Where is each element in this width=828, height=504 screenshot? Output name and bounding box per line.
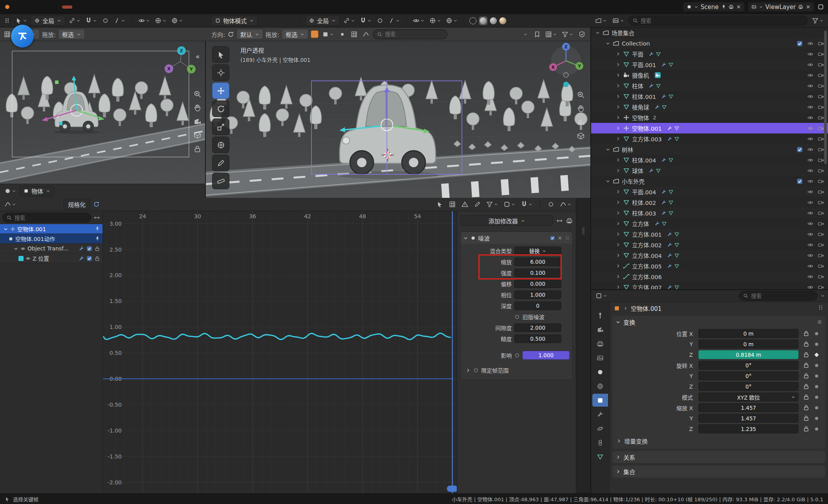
overlays-dropdown[interactable] bbox=[445, 16, 459, 26]
editor-type-dropdown[interactable] bbox=[3, 199, 17, 210]
expand-icon[interactable] bbox=[616, 126, 621, 131]
drag-action-dropdown[interactable]: 框选 bbox=[282, 29, 308, 39]
outliner-row[interactable]: 立方体 bbox=[591, 218, 828, 229]
copy-modifiers-icon[interactable] bbox=[556, 217, 563, 224]
outliner-row[interactable]: 摄像机 bbox=[591, 70, 828, 80]
outliner-display-mode-dropdown[interactable] bbox=[594, 16, 608, 26]
disable-render-camera-icon[interactable] bbox=[818, 93, 824, 100]
object-visibility-dropdown[interactable] bbox=[412, 16, 426, 26]
properties-tab-data[interactable] bbox=[592, 450, 608, 463]
expand-icon[interactable] bbox=[616, 221, 621, 226]
sidebar-tab[interactable] bbox=[582, 249, 584, 257]
copy-icon[interactable] bbox=[729, 4, 734, 9]
outliner-filter-button[interactable] bbox=[811, 16, 825, 26]
expand-icon[interactable] bbox=[3, 226, 8, 232]
move-tool[interactable] bbox=[212, 82, 229, 99]
workspace-tab[interactable] bbox=[73, 5, 83, 9]
normalize-toggle[interactable]: 规格化 bbox=[64, 199, 90, 210]
lock-icon[interactable] bbox=[803, 404, 810, 411]
properties-tab-render[interactable] bbox=[592, 323, 608, 336]
stroke-icon[interactable] bbox=[361, 29, 370, 39]
expand-icon[interactable] bbox=[605, 41, 610, 46]
shading-wireframe-button[interactable] bbox=[469, 17, 476, 24]
properties-tab-view-layer[interactable] bbox=[592, 351, 608, 364]
workspace-tab[interactable] bbox=[150, 5, 160, 9]
collapse-region-arrow[interactable]: « bbox=[196, 53, 200, 60]
gizmo-dropdown[interactable] bbox=[154, 16, 168, 26]
close-icon[interactable] bbox=[806, 4, 811, 9]
outliner-row[interactable]: 柱体 bbox=[591, 80, 828, 91]
shield-check-icon[interactable] bbox=[577, 29, 586, 39]
workspace-tab[interactable] bbox=[128, 5, 138, 9]
window-icon[interactable] bbox=[817, 4, 824, 10]
pin-icon[interactable] bbox=[721, 4, 726, 9]
proportional-falloff-dropdown[interactable] bbox=[387, 16, 401, 26]
select-box-tool[interactable] bbox=[212, 46, 229, 63]
outliner-row[interactable]: 柱体.003 bbox=[591, 208, 828, 218]
hide-viewport-eye-icon[interactable] bbox=[807, 263, 813, 269]
prop-checkbox[interactable] bbox=[473, 367, 479, 373]
topbar-menu[interactable] bbox=[29, 5, 37, 9]
edit-icon[interactable] bbox=[473, 199, 482, 210]
shading-rendered-button[interactable] bbox=[499, 17, 506, 24]
value-field[interactable]: XYZ 欧拉 bbox=[698, 393, 799, 402]
hide-viewport-eye-icon[interactable] bbox=[807, 221, 813, 227]
expand-icon[interactable] bbox=[616, 242, 621, 247]
graph-channel[interactable]: Object Transf... bbox=[0, 244, 103, 254]
modifier-enable-checkbox[interactable] bbox=[550, 236, 555, 241]
prop-value-field[interactable]: 0.000 bbox=[514, 279, 561, 288]
lock-icon[interactable] bbox=[803, 373, 810, 379]
properties-search-input[interactable] bbox=[751, 293, 813, 299]
workspace-tab[interactable] bbox=[106, 5, 116, 9]
value-field[interactable]: 0° bbox=[698, 361, 799, 370]
prop-checkbox[interactable] bbox=[514, 352, 520, 358]
outliner-row[interactable]: 树林 bbox=[591, 144, 828, 155]
grip-icon[interactable] bbox=[2, 17, 12, 24]
outliner-scrollbar[interactable] bbox=[824, 31, 827, 164]
disable-render-camera-icon[interactable] bbox=[818, 115, 824, 121]
shading-solid-button[interactable] bbox=[479, 16, 487, 25]
lock-icon[interactable] bbox=[803, 394, 810, 400]
expand-icon[interactable] bbox=[616, 83, 621, 88]
viewport-menu[interactable] bbox=[82, 190, 91, 193]
properties-tab-modifiers[interactable] bbox=[592, 408, 608, 421]
copy-icon[interactable] bbox=[798, 4, 803, 9]
expand-icon[interactable] bbox=[616, 232, 621, 237]
outliner-row[interactable]: 小车外壳 bbox=[591, 176, 828, 186]
properties-tab-constraints[interactable] bbox=[592, 436, 608, 449]
outliner-row[interactable]: 柱体.002 bbox=[591, 197, 828, 208]
snap-magnet-toggle[interactable] bbox=[84, 16, 98, 26]
hide-viewport-eye-icon[interactable] bbox=[807, 168, 813, 174]
expand-icon[interactable] bbox=[616, 136, 621, 141]
channel-enable-checkbox[interactable] bbox=[86, 256, 92, 261]
outliner-row[interactable]: 平面 bbox=[591, 49, 828, 59]
prop-value-field[interactable]: 1.000 bbox=[522, 351, 570, 360]
keyframe-marker[interactable] bbox=[815, 374, 818, 378]
workspace-tab[interactable] bbox=[161, 5, 171, 9]
value-field[interactable]: 1.457 bbox=[698, 403, 799, 412]
outliner-row[interactable]: 立方体.006 bbox=[591, 271, 828, 282]
pivot-dropdown[interactable] bbox=[502, 199, 517, 210]
outliner-row[interactable]: 柱体.004 bbox=[591, 155, 828, 165]
cursor-tool[interactable] bbox=[212, 64, 229, 81]
add-modifier-dropdown[interactable]: 添加修改器 bbox=[460, 215, 553, 226]
blender-logo-icon[interactable] bbox=[4, 4, 11, 10]
prop-value-field[interactable]: 替换 bbox=[514, 247, 561, 255]
value-field[interactable]: 1.235 bbox=[698, 424, 799, 433]
graph-channel[interactable]: 空物体.001动作 bbox=[0, 234, 103, 244]
keyframe-marker[interactable] bbox=[814, 352, 819, 357]
panel-menu-icon[interactable] bbox=[817, 320, 822, 325]
workspace-tab[interactable] bbox=[62, 5, 72, 9]
topbar-menu[interactable] bbox=[46, 5, 55, 9]
hide-viewport-eye-icon[interactable] bbox=[807, 72, 813, 79]
disable-render-camera-icon[interactable] bbox=[818, 146, 824, 153]
hide-viewport-eye-icon[interactable] bbox=[807, 115, 813, 121]
keyframe-marker[interactable] bbox=[815, 343, 818, 346]
collapsed-panel-header[interactable]: 集合 bbox=[612, 466, 825, 478]
camera-view-icon[interactable] bbox=[577, 118, 585, 126]
recalc-direction-icon[interactable] bbox=[227, 31, 234, 38]
expand-icon[interactable] bbox=[616, 320, 621, 325]
hide-viewport-eye-icon[interactable] bbox=[807, 93, 813, 100]
disable-render-camera-icon[interactable] bbox=[818, 189, 824, 195]
lock-icon[interactable] bbox=[803, 415, 810, 422]
